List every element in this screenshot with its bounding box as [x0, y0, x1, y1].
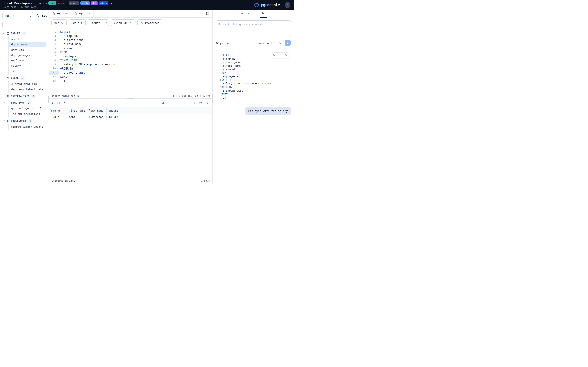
tree-section-header-tables[interactable]: TABLES7 — [2, 31, 47, 36]
row-count: 1 rows — [201, 179, 210, 182]
line-gutter[interactable]: 5 — [49, 46, 59, 50]
line-gutter[interactable]: 1▾ — [49, 30, 59, 34]
result-timer-tab[interactable]: 00:51:27 — [52, 99, 66, 107]
tree-item-dept_emp[interactable]: dept_emp — [9, 47, 46, 52]
line-gutter[interactable]: 12 — [49, 75, 59, 79]
code-line-2[interactable]: 2 e.emp_no, — [49, 34, 212, 38]
tree-item-salary[interactable]: salary — [9, 63, 46, 68]
format-button[interactable]: Format — [87, 19, 109, 26]
fold-toggle-icon[interactable]: ▾ — [56, 67, 58, 71]
tree-item-title[interactable]: title — [9, 68, 46, 74]
code-line-11[interactable]: 11 s.amount DESC — [49, 71, 212, 75]
line-gutter[interactable]: 11 — [49, 71, 59, 75]
code-line-5[interactable]: 5 s.amount — [49, 46, 212, 50]
tree-item-dept_emp_latest_date[interactable]: dept_emp_latest_date — [9, 87, 46, 92]
processes-button[interactable]: Processes — [138, 19, 162, 26]
tree-item-audit[interactable]: audit — [9, 37, 46, 42]
model-select[interactable]: opus-4.6 — [259, 42, 275, 45]
download-results-button[interactable] — [205, 100, 210, 106]
line-gutter[interactable]: 6▾ — [49, 50, 59, 54]
code-line-8[interactable]: 8INNER JOIN — [49, 58, 212, 62]
code-line-3: e.first_name, — [219, 60, 288, 64]
sql-mode-toggle[interactable]: SQL — [42, 14, 47, 17]
quick-sql-button[interactable]: Quick SQL — [111, 19, 135, 26]
line-gutter[interactable]: 2 — [49, 34, 59, 38]
chevron-down-icon[interactable] — [110, 2, 113, 4]
section-items: current_dept_empdept_emp_latest_date — [8, 81, 47, 92]
section-count-badge: 2 — [21, 76, 25, 80]
send-button[interactable] — [285, 40, 291, 46]
results-search-input[interactable] — [165, 101, 189, 105]
tree-section-header-procedures[interactable]: PROCEDURES1 — [2, 118, 47, 124]
line-gutter[interactable]: 4 — [49, 42, 59, 46]
code-line-13[interactable]: 13 1; — [49, 79, 212, 83]
code-text: s.amount — [59, 46, 77, 50]
code-line-4[interactable]: 4 e.last_name, — [49, 42, 212, 46]
schema-select[interactable]: public — [2, 12, 34, 19]
sql-editor[interactable]: 1▾SELECT2 e.emp_no,3 e.first_name,4 e.la… — [49, 28, 212, 93]
tree-item-dept_manager[interactable]: dept_manager — [9, 53, 46, 58]
code-line-1[interactable]: 1▾SELECT — [49, 30, 212, 34]
line-number: 12 — [53, 75, 56, 79]
quick-sql-label: Quick SQL — [114, 21, 128, 25]
sidebar-search-input[interactable] — [9, 23, 45, 26]
explain-button[interactable]: Explain — [69, 19, 86, 26]
tree-item-employee[interactable]: employee — [9, 58, 46, 63]
editor-tab-sql-133[interactable]: SQL 133 — [71, 10, 94, 17]
line-gutter[interactable]: 7 — [49, 54, 59, 58]
code-line-7[interactable]: 7 employee e — [49, 54, 212, 58]
assistant-tab-context[interactable]: Context — [239, 10, 251, 17]
fold-toggle-icon[interactable]: ▾ — [56, 50, 58, 54]
tree-item-current_dept_emp[interactable]: current_dept_emp — [9, 81, 46, 86]
insert-snippet-button[interactable] — [277, 53, 283, 58]
line-gutter[interactable]: 3 — [49, 38, 59, 42]
column-header-first_name[interactable]: first_name — [67, 108, 87, 114]
editor-tab-sql-134[interactable]: SQL 134 — [49, 10, 71, 17]
code-line-10[interactable]: 10▾ORDER BY — [49, 67, 212, 71]
chat-resize-handle[interactable] — [212, 95, 213, 103]
fold-toggle-icon[interactable]: ▾ — [56, 30, 58, 34]
tree-item-department[interactable]: department — [9, 42, 46, 47]
column-header-last_name[interactable]: last_name — [87, 108, 107, 114]
assistant-tab-chat[interactable]: Chat — [260, 10, 267, 17]
sidebar-resize-handle[interactable] — [48, 95, 49, 103]
add-result-tab-button[interactable] — [191, 100, 197, 106]
code-text: salary s ON e.emp_no = s.emp_no — [219, 82, 270, 85]
split-panel-button[interactable] — [205, 11, 210, 16]
code-line-9[interactable]: 9 salary s ON e.emp_no = s.emp_no — [49, 62, 212, 67]
column-header-emp_no[interactable]: emp_no — [49, 108, 67, 114]
run-snippet-button[interactable] — [271, 53, 277, 58]
copy-snippet-button[interactable] — [283, 53, 289, 58]
tree-item-get_employee_details[interactable]: get_employee_details — [9, 106, 46, 111]
section-count-badge: 7 — [22, 32, 26, 35]
line-gutter[interactable]: 9 — [49, 62, 59, 67]
code-text: FROM — [59, 50, 67, 54]
tree-section-header-functions[interactable]: FUNCTIONS2 — [2, 100, 47, 106]
tree-section-header-materialized[interactable]: MATERIALIZED0 — [2, 93, 47, 99]
line-gutter[interactable]: 8 — [49, 58, 59, 62]
code-text: employee e — [219, 75, 238, 78]
function-icon — [7, 101, 9, 104]
code-line-6[interactable]: 6▾FROM — [49, 50, 212, 54]
context-schema-chip[interactable]: public — [216, 42, 230, 45]
copy-results-button[interactable] — [198, 100, 203, 106]
line-gutter[interactable]: 10▾ — [49, 67, 59, 71]
chat-controls: public opus-4.6 — [216, 40, 291, 46]
database-icon — [216, 42, 219, 45]
section-label: MATERIALIZED — [11, 95, 29, 98]
column-header-amount[interactable]: amount — [107, 108, 124, 114]
tree-item-log_dml_operations[interactable]: log_dml_operations — [9, 111, 46, 117]
chevron-down-icon[interactable] — [103, 20, 109, 26]
refresh-button[interactable] — [35, 13, 40, 18]
tree-section-header-views[interactable]: VIEWS2 — [2, 75, 47, 81]
code-line-3[interactable]: 3 e.first_name, — [49, 38, 212, 42]
result-row[interactable]: 10897ArnoKumaresan136004 — [49, 114, 212, 120]
clear-chat-button[interactable] — [277, 40, 283, 46]
avatar[interactable]: A — [285, 2, 290, 8]
line-gutter[interactable]: 13 — [49, 79, 59, 83]
run-button[interactable]: Run ⌘↵ — [52, 19, 67, 26]
chat-input[interactable] — [216, 20, 291, 38]
tree-item-simple_salary_update[interactable]: simple_salary_update — [9, 124, 46, 129]
code-line-12[interactable]: 12LIMIT — [49, 75, 212, 79]
editor-results-resize-handle[interactable] — [127, 98, 134, 99]
